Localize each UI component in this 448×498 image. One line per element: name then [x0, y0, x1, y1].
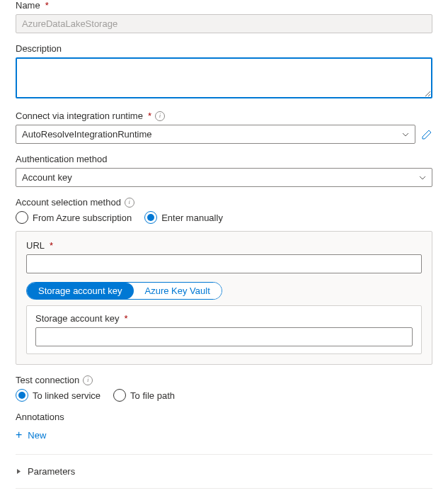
required-asterisk: * — [50, 240, 53, 251]
required-asterisk: * — [45, 0, 49, 11]
runtime-label-text: Connect via integration runtime — [16, 111, 143, 121]
auth-method-label: Authentication method — [16, 154, 432, 164]
storage-key-box: Storage account key * — [26, 305, 422, 354]
parameters-section[interactable]: Parameters — [16, 460, 432, 482]
auth-method-select-container: Account key — [16, 168, 432, 187]
name-label: Name * — [16, 0, 432, 11]
runtime-select-container: AutoResolveIntegrationRuntime — [16, 125, 415, 144]
name-field: Name * — [16, 0, 432, 33]
info-icon[interactable]: i — [125, 198, 134, 208]
description-field: Description — [16, 43, 432, 101]
runtime-field: Connect via integration runtime * i Auto… — [16, 111, 432, 144]
radio-enter-manually[interactable]: Enter manually — [144, 211, 223, 224]
account-selection-field: Account selection method i From Azure su… — [16, 197, 432, 365]
test-connection-label: Test connection i — [16, 375, 432, 385]
storage-key-input[interactable] — [35, 327, 413, 346]
url-label-text: URL — [26, 240, 45, 251]
radio-to-linked-service[interactable]: To linked service — [16, 389, 100, 402]
description-label-text: Description — [16, 43, 62, 54]
radio-icon-checked — [16, 389, 28, 402]
test-connection-radios: To linked service To file path — [16, 389, 432, 402]
new-label: New — [28, 430, 46, 441]
url-label: URL * — [26, 240, 422, 251]
chevron-right-icon — [16, 468, 22, 475]
url-input[interactable] — [26, 254, 422, 273]
name-input — [16, 14, 432, 33]
divider — [16, 454, 432, 455]
test-connection-field: Test connection i To linked service To f… — [16, 375, 432, 402]
annotations-label: Annotations — [16, 412, 432, 422]
annotations-label-text: Annotations — [16, 412, 64, 422]
radio-label: From Azure subscription — [33, 213, 132, 223]
storage-key-label: Storage account key * — [35, 313, 413, 324]
description-input[interactable] — [16, 57, 432, 98]
account-selection-label: Account selection method i — [16, 197, 432, 208]
auth-method-value: Account key — [22, 172, 72, 183]
edit-icon[interactable] — [421, 129, 432, 140]
runtime-select[interactable]: AutoResolveIntegrationRuntime — [16, 125, 415, 144]
annotations-field: Annotations + New — [16, 412, 432, 444]
account-selection-label-text: Account selection method — [16, 197, 121, 208]
radio-icon-checked — [144, 211, 157, 224]
key-source-tabs: Storage account key Azure Key Vault — [26, 282, 222, 300]
auth-method-label-text: Authentication method — [16, 154, 107, 164]
info-icon[interactable]: i — [83, 375, 93, 385]
radio-label: To file path — [130, 390, 175, 401]
parameters-label: Parameters — [28, 466, 75, 477]
tab-storage-account-key[interactable]: Storage account key — [27, 283, 134, 299]
test-connection-label-text: Test connection — [16, 375, 79, 385]
required-asterisk: * — [125, 313, 128, 324]
storage-key-label-text: Storage account key — [35, 313, 120, 324]
radio-icon — [16, 211, 28, 224]
auth-method-select[interactable]: Account key — [16, 168, 432, 187]
radio-to-file-path[interactable]: To file path — [113, 389, 175, 402]
runtime-select-wrap: AutoResolveIntegrationRuntime — [16, 125, 432, 144]
advanced-section[interactable]: Advanced i — [16, 494, 432, 498]
name-label-text: Name — [16, 0, 40, 11]
divider — [16, 488, 432, 489]
runtime-value: AutoResolveIntegrationRuntime — [22, 129, 152, 140]
manual-entry-panel: URL * Storage account key Azure Key Vaul… — [16, 231, 432, 365]
tab-azure-key-vault[interactable]: Azure Key Vault — [134, 283, 222, 299]
add-annotation-button[interactable]: + New — [16, 426, 432, 444]
required-asterisk: * — [148, 111, 151, 121]
description-label: Description — [16, 43, 432, 54]
auth-method-field: Authentication method Account key — [16, 154, 432, 187]
account-selection-radios: From Azure subscription Enter manually — [16, 211, 432, 224]
radio-from-subscription[interactable]: From Azure subscription — [16, 211, 132, 224]
url-field: URL * — [26, 240, 422, 273]
runtime-label: Connect via integration runtime * i — [16, 111, 432, 121]
info-icon[interactable]: i — [155, 111, 165, 121]
radio-label: To linked service — [33, 390, 100, 401]
radio-icon — [113, 389, 126, 402]
radio-label: Enter manually — [161, 213, 223, 223]
plus-icon: + — [16, 429, 22, 441]
